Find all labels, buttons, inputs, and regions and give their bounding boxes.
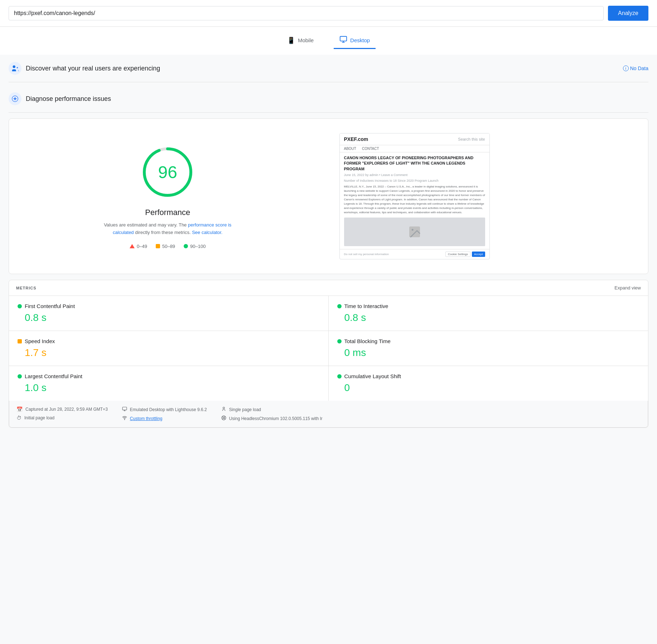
footer-initial-load: ⏱ Initial page load: [16, 415, 108, 421]
diagnose-section: Diagnose performance issues: [9, 85, 648, 113]
svg-point-15: [223, 407, 224, 409]
performance-right: PXEF.com Search this site ABOUT CONTACT …: [339, 133, 640, 259]
desktop-icon: [339, 35, 347, 45]
legend-poor-icon: [130, 244, 135, 248]
nav-contact: CONTACT: [362, 147, 379, 151]
legend-poor-range: 0–49: [137, 244, 147, 249]
cookie-settings-btn[interactable]: Cookie Settings: [445, 252, 470, 257]
mobile-icon: 📱: [287, 36, 295, 44]
metric-lcp-name: Largest Contentful Paint: [25, 373, 82, 379]
user-icon: [221, 406, 226, 413]
url-input[interactable]: https://pxef.com/canon-legends/: [9, 6, 604, 20]
metric-fcp-value: 0.8 s: [18, 312, 320, 323]
legend-good: 90–100: [184, 244, 206, 249]
diagnose-icon: [9, 92, 21, 105]
screenshot-nav: ABOUT CONTACT: [340, 145, 489, 152]
screenshot-footer: Do not sell my personal information Cook…: [340, 249, 489, 259]
tab-desktop-label: Desktop: [350, 37, 370, 43]
real-users-section: Discover what your real users are experi…: [9, 55, 648, 82]
tab-bar: 📱 Mobile Desktop: [0, 27, 657, 55]
single-page-text: Single page load: [229, 407, 261, 412]
real-users-icon: [9, 62, 21, 75]
footer-emulated: Emulated Desktop with Lighthouse 9.6.2: [122, 406, 207, 413]
expand-view-link[interactable]: Expand view: [614, 285, 641, 291]
accept-btn[interactable]: Accept: [472, 252, 485, 257]
nav-about: ABOUT: [344, 147, 356, 151]
metric-si-dot: [18, 339, 22, 343]
info-icon: i: [623, 65, 629, 71]
metric-tti: Time to Interactive 0.8 s: [329, 296, 648, 331]
chromium-text: Using HeadlessChromium 102.0.5005.115 wi…: [229, 416, 323, 421]
initial-load-text: Initial page load: [24, 415, 54, 420]
tab-mobile[interactable]: 📱 Mobile: [281, 33, 319, 49]
calendar-icon: 📅: [16, 406, 23, 412]
performance-label: Performance: [145, 208, 190, 217]
footer-single-page: Single page load: [221, 406, 323, 413]
svg-rect-0: [340, 36, 347, 41]
metric-tti-name: Time to Interactive: [344, 303, 388, 309]
svg-rect-11: [122, 407, 127, 410]
metrics-header: METRICS Expand view: [9, 280, 648, 296]
real-users-title: Discover what your real users are experi…: [26, 65, 619, 72]
metric-lcp-dot: [18, 374, 22, 379]
metric-si-name: Speed Index: [25, 338, 55, 344]
main-content: Discover what your real users are experi…: [0, 55, 657, 436]
screenshot-site-name: PXEF.com: [344, 136, 368, 142]
metric-fcp: First Contentful Paint 0.8 s: [9, 296, 329, 331]
analyze-button[interactable]: Analyze: [608, 6, 648, 21]
metric-tbt: Total Blocking Time 0 ms: [329, 331, 648, 366]
timer-icon: ⏱: [16, 415, 21, 421]
footer-chromium: Using HeadlessChromium 102.0.5005.115 wi…: [221, 415, 323, 421]
svg-point-3: [13, 65, 15, 68]
screenshot-image-placeholder: [344, 218, 485, 246]
no-data-link[interactable]: i No Data: [623, 65, 648, 71]
metrics-section: METRICS Expand view First Contentful Pai…: [9, 280, 648, 428]
tab-desktop[interactable]: Desktop: [334, 33, 376, 49]
metric-lcp: Largest Contentful Paint 1.0 s: [9, 366, 329, 401]
footer-throttling: Custom throttling: [122, 415, 207, 421]
emulated-text: Emulated Desktop with Lighthouse 9.6.2: [130, 407, 207, 412]
metric-tbt-value: 0 ms: [337, 347, 640, 358]
performance-card: 96 Performance Values are estimated and …: [9, 118, 648, 274]
metric-tti-dot: [337, 304, 342, 308]
performance-description: Values are estimated and may vary. The p…: [103, 221, 232, 236]
score-legend: 0–49 50–89 90–100: [130, 244, 206, 249]
calculator-link[interactable]: See calculator.: [192, 230, 222, 235]
metrics-grid: First Contentful Paint 0.8 s Time to Int…: [9, 296, 648, 401]
screenshot-meta: June 15, 2022 by admin • Leave a Comment: [344, 173, 485, 177]
legend-needs-improvement-range: 50–89: [162, 244, 175, 249]
metric-cls-value: 0: [337, 382, 640, 394]
footer-col-2: Emulated Desktop with Lighthouse 9.6.2 C…: [122, 406, 207, 421]
svg-point-14: [124, 419, 125, 420]
metric-tti-value: 0.8 s: [337, 312, 640, 323]
captured-at-text: Captured at Jun 28, 2022, 9:59 AM GMT+3: [25, 407, 108, 412]
no-data-label: No Data: [630, 65, 648, 71]
footer-col-3: Single page load Using HeadlessChr: [221, 406, 323, 421]
custom-throttling-link[interactable]: Custom throttling: [130, 416, 163, 421]
metric-lcp-value: 1.0 s: [18, 382, 320, 394]
metric-tbt-dot: [337, 339, 342, 343]
performance-score: 96: [158, 162, 177, 182]
metrics-title: METRICS: [16, 286, 37, 290]
tab-mobile-label: Mobile: [298, 37, 314, 43]
monitor-icon: [122, 406, 127, 413]
screenshot-sub-heading: Number of Inductees Increases to 18 Sinc…: [344, 179, 485, 182]
diagnose-title: Diagnose performance issues: [26, 95, 648, 103]
svg-line-20: [224, 416, 225, 417]
metric-cls-name: Cumulative Layout Shift: [344, 373, 401, 379]
browser-icon: [221, 415, 226, 421]
svg-point-4: [17, 67, 18, 68]
svg-point-17: [223, 417, 224, 419]
metric-fcp-dot: [18, 304, 22, 308]
legend-poor: 0–49: [130, 244, 147, 249]
score-circle: 96: [139, 143, 196, 201]
screenshot-body: MELVILLE, N.Y., June 15, 2022 – Canon U.…: [344, 185, 485, 215]
svg-line-21: [222, 419, 223, 419]
svg-point-6: [14, 98, 16, 100]
footer-info: 📅 Captured at Jun 28, 2022, 9:59 AM GMT+…: [9, 401, 648, 428]
footer-cookie-text: Do not sell my personal information: [344, 253, 389, 256]
legend-needs-improvement-icon: [156, 244, 160, 248]
svg-point-10: [411, 229, 413, 231]
screenshot-search: Search this site: [458, 137, 485, 141]
metric-cls: Cumulative Layout Shift 0: [329, 366, 648, 401]
